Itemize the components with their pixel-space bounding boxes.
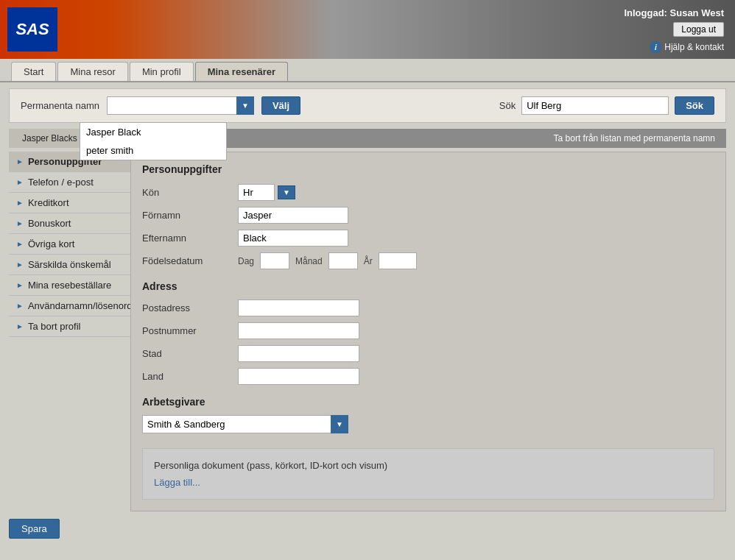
form-panel: Personuppgifter Kön ▼ Förnamn Efternamn [130,152,726,511]
land-input[interactable] [238,368,359,385]
permanent-names-dropdown-container: Jasper Black peter smith ▼ [107,96,254,115]
stad-row: Stad [142,345,714,362]
arrow-icon-sarskilda: ► [16,260,24,269]
dag-label: Dag [238,256,254,266]
ar-input[interactable] [379,252,417,269]
fornamn-label: Förnamn [142,210,238,221]
fornamn-row: Förnamn [142,207,714,224]
sidebar-item-kreditkort[interactable]: ► Kreditkort [9,193,130,213]
content-area: ► Personuppgifter ► Telefon / e-post ► K… [9,148,726,511]
sidebar-label-sarskilda: Särskilda önskemål [28,259,111,270]
help-text: Hjälp & kontakt [664,42,724,52]
efternamn-label: Efternamn [142,233,238,244]
save-section: Spara [9,519,726,539]
employer-container: Smith & Sandberg ▼ [142,415,348,433]
ar-label: År [364,256,373,266]
stad-label: Stad [142,348,238,359]
help-link[interactable]: i Hjälp & kontakt [650,41,724,53]
sidebar-label-bonuskort: Bonuskort [28,218,71,229]
tab-min-profil[interactable]: Min profil [130,62,194,81]
gender-select: ▼ [238,184,295,201]
search-label: Sök [499,100,516,111]
manad-input[interactable] [328,252,358,269]
fodelsedatum-label: Födelsedatum [142,255,238,266]
form-section-title: Personuppgifter [142,163,714,175]
efternamn-input[interactable] [238,230,348,247]
doc-section-title: Personliga dokument (pass, körkort, ID-k… [154,460,703,471]
sas-logo: SAS [7,7,57,52]
logout-button[interactable]: Logga ut [673,22,724,37]
doc-section: Personliga dokument (pass, körkort, ID-k… [142,448,714,500]
postnummer-row: Postnummer [142,322,714,339]
header-right: Inloggad: Susan West Logga ut [624,7,724,37]
postnummer-label: Postnummer [142,325,238,336]
arrow-icon-ta-bort: ► [16,322,24,330]
add-doc-link[interactable]: Lägga till... [154,477,200,488]
arrow-icon-resebestallar: ► [16,281,24,289]
kon-label: Kön [142,187,238,198]
valj-button[interactable]: Välj [261,96,300,115]
fornamn-input[interactable] [238,207,348,224]
search-button[interactable]: Sök [675,96,714,115]
dropdown-item-jasper[interactable]: Jasper Black [80,123,226,141]
address-section-title: Adress [142,280,714,292]
postadress-label: Postadress [142,302,238,313]
arrow-icon-ovriga: ► [16,240,24,248]
arrow-icon-telefon: ► [16,178,24,186]
sidebar-item-anvandarnamn[interactable]: ► Användarnamn/lösenord [9,296,130,316]
logged-in-label: Inloggad: Susan West [624,7,724,18]
sidebar: ► Personuppgifter ► Telefon / e-post ► K… [9,152,130,511]
permanent-names-select[interactable]: Jasper Black peter smith [107,96,254,115]
postadress-row: Postadress [142,300,714,316]
stad-input[interactable] [238,345,359,362]
sidebar-item-sarskilda[interactable]: ► Särskilda önskemål [9,255,130,275]
sidebar-item-resebestallar[interactable]: ► Mina resebeställare [9,275,130,296]
kon-input[interactable] [238,184,275,201]
land-label: Land [142,371,238,382]
sidebar-label-kreditkort: Kreditkort [28,197,69,208]
date-row: Dag Månad År [238,252,417,269]
tab-mina-resanarer[interactable]: Mina resenärer [195,62,289,81]
kon-dropdown-button[interactable]: ▼ [278,185,295,199]
arrow-icon-bonuskort: ► [16,219,24,227]
sidebar-item-bonuskort[interactable]: ► Bonuskort [9,213,130,234]
nav-bar: Start Mina resor Min profil Mina resenär… [0,59,735,82]
employer-arrow-icon[interactable]: ▼ [331,415,348,433]
arrow-icon-personuppgifter: ► [16,157,24,166]
save-button[interactable]: Spara [9,519,60,539]
sidebar-item-telefon[interactable]: ► Telefon / e-post [9,172,130,193]
permanent-names-label: Permanenta namn [21,100,99,111]
land-row: Land [142,368,714,385]
sidebar-label-anvandarnamn: Användarnamn/lösenord [28,300,133,311]
header: SAS Inloggad: Susan West Logga ut i Hjäl… [0,0,735,59]
kon-row: Kön ▼ [142,184,714,201]
dropdown-item-peter[interactable]: peter smith [80,141,226,160]
dropdown-list: Jasper Black peter smith [80,122,227,160]
sidebar-label-ovriga: Övriga kort [28,238,75,249]
arbetsgivare-select[interactable]: Smith & Sandberg [142,415,348,433]
arrow-icon-anvandarnamn: ► [16,302,24,310]
postadress-input[interactable] [238,300,359,316]
sidebar-label-ta-bort: Ta bort profil [28,321,81,332]
dropdown-arrow-icon[interactable]: ▼ [236,96,254,115]
fodelsedatum-row: Födelsedatum Dag Månad År [142,252,714,269]
sidebar-item-ta-bort[interactable]: ► Ta bort profil [9,316,130,337]
postnummer-input[interactable] [238,322,359,339]
dag-input[interactable] [260,252,289,269]
search-right: Sök Sök [499,96,714,115]
sidebar-item-ovriga[interactable]: ► Övriga kort [9,234,130,255]
search-bar: Permanenta namn Jasper Black peter smith… [9,88,726,123]
remove-action[interactable]: Ta bort från listan med permanenta namn [543,129,726,148]
sidebar-label-resebestallar: Mina resebeställare [28,280,111,291]
help-icon: i [650,41,661,53]
arbetsgivare-section-title: Arbetsgivare [142,396,714,408]
tab-start[interactable]: Start [11,62,56,81]
tab-mina-resor[interactable]: Mina resor [57,62,127,81]
efternamn-row: Efternamn [142,230,714,247]
sidebar-label-telefon: Telefon / e-post [28,177,94,188]
main-area: Jasper Blacks profil Jasper Blacks resor… [9,129,726,539]
manad-label: Månad [295,256,323,266]
arrow-icon-kreditkort: ► [16,199,24,207]
search-input[interactable] [521,96,669,115]
